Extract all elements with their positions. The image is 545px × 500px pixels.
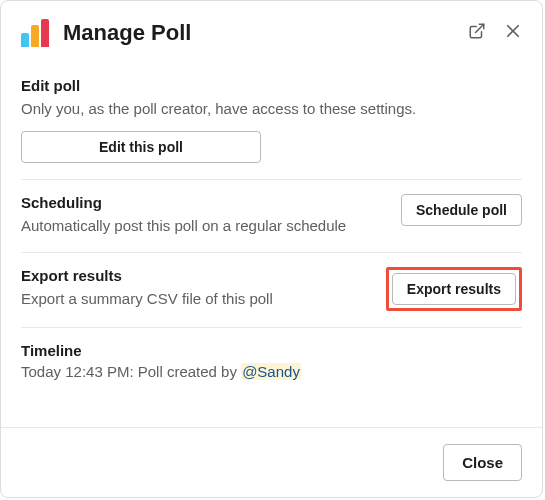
- poll-logo-icon: [21, 19, 51, 47]
- manage-poll-modal: Manage Poll Edit poll Only you, as the p…: [0, 0, 543, 498]
- timeline-entry: Today 12:43 PM: Poll created by @Sandy: [21, 363, 522, 380]
- timeline-text: Today 12:43 PM: Poll created by: [21, 363, 241, 380]
- popout-icon[interactable]: [468, 22, 486, 44]
- close-button[interactable]: Close: [443, 444, 522, 481]
- modal-header: Manage Poll: [1, 1, 542, 57]
- export-section: Export results Export a summary CSV file…: [21, 252, 522, 327]
- edit-poll-title: Edit poll: [21, 77, 522, 94]
- timeline-title: Timeline: [21, 342, 522, 359]
- export-title: Export results: [21, 267, 376, 284]
- edit-this-poll-button[interactable]: Edit this poll: [21, 131, 261, 163]
- scheduling-title: Scheduling: [21, 194, 391, 211]
- export-highlight: Export results: [386, 267, 522, 311]
- edit-poll-desc: Only you, as the poll creator, have acce…: [21, 98, 522, 119]
- timeline-section: Timeline Today 12:43 PM: Poll created by…: [21, 327, 522, 396]
- modal-content: Edit poll Only you, as the poll creator,…: [1, 57, 542, 427]
- export-desc: Export a summary CSV file of this poll: [21, 288, 376, 309]
- scheduling-desc: Automatically post this poll on a regula…: [21, 215, 391, 236]
- edit-poll-section: Edit poll Only you, as the poll creator,…: [21, 63, 522, 179]
- close-icon[interactable]: [504, 22, 522, 44]
- modal-footer: Close: [1, 427, 542, 497]
- export-results-button[interactable]: Export results: [392, 273, 516, 305]
- scheduling-section: Scheduling Automatically post this poll …: [21, 179, 522, 252]
- user-mention[interactable]: @Sandy: [241, 363, 301, 380]
- modal-title: Manage Poll: [63, 20, 456, 46]
- svg-line-0: [476, 24, 484, 32]
- schedule-poll-button[interactable]: Schedule poll: [401, 194, 522, 226]
